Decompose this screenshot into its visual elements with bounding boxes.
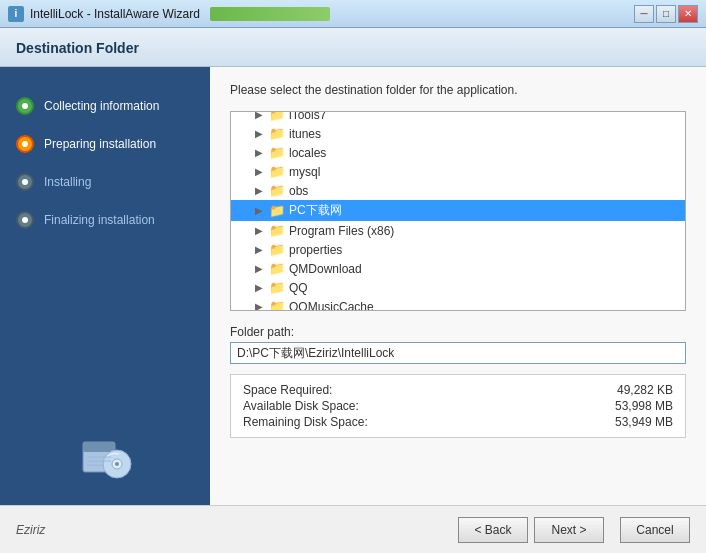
folder-icon: 📁 [269,242,285,257]
folder-path-section: Folder path: [230,325,686,364]
remaining-disk-value: 53,949 MB [615,415,673,429]
folder-icon: 📁 [269,261,285,276]
instruction-text: Please select the destination folder for… [230,83,686,97]
step-icon-collecting [16,97,34,115]
main-window: Destination Folder Collecting informatio… [0,28,706,553]
footer-buttons: < Back Next > Cancel [458,517,690,543]
sidebar-item-preparing: Preparing installation [0,125,210,163]
back-button[interactable]: < Back [458,517,528,543]
tree-item-qq[interactable]: ▶📁QQ [231,278,685,297]
expand-icon: ▶ [255,301,269,311]
tree-item-qmdownload[interactable]: ▶📁QMDownload [231,259,685,278]
remaining-disk-label: Remaining Disk Space: [243,415,368,429]
footer: Eziriz < Back Next > Cancel [0,505,706,553]
tree-item-label: iTools7 [289,111,326,122]
expand-icon: ▶ [255,263,269,274]
sidebar-label-collecting: Collecting information [44,99,159,113]
folder-icon: 📁 [269,164,285,179]
expand-icon: ▶ [255,111,269,120]
disk-info: Space Required: 49,282 KB Available Disk… [230,374,686,438]
expand-icon: ▶ [255,225,269,236]
tree-item-label: PC下载网 [289,202,342,219]
step-icon-finalizing [16,211,34,229]
sidebar-label-preparing: Preparing installation [44,137,156,151]
app-icon: i [8,6,24,22]
sidebar-item-finalizing: Finalizing installation [0,201,210,239]
cancel-button[interactable]: Cancel [620,517,690,543]
sidebar-label-finalizing: Finalizing installation [44,213,155,227]
expand-icon: ▶ [255,185,269,196]
tree-item-obs[interactable]: ▶📁obs [231,181,685,200]
page-title: Destination Folder [16,40,690,56]
svg-rect-1 [83,442,115,452]
space-required-value: 49,282 KB [617,383,673,397]
title-bar: i IntelliLock - InstallAware Wizard ─ □ … [0,0,706,28]
folder-icon: 📁 [269,299,285,311]
tree-item-label: itunes [289,127,321,141]
tree-item-label: QMDownload [289,262,362,276]
folder-tree[interactable]: ▶📁iTools7▶📁itunes▶📁locales▶📁mysql▶📁obs▶📁… [230,111,686,311]
tree-item-label: obs [289,184,308,198]
next-button[interactable]: Next > [534,517,604,543]
expand-icon: ▶ [255,166,269,177]
window-controls: ─ □ ✕ [634,5,698,23]
tree-item-properties[interactable]: ▶📁properties [231,240,685,259]
folder-path-label: Folder path: [230,325,686,339]
tree-item-itunes[interactable]: ▶📁itunes [231,124,685,143]
title-progress-bar [210,7,330,21]
expand-icon: ▶ [255,128,269,139]
folder-path-input[interactable] [230,342,686,364]
available-disk-value: 53,998 MB [615,399,673,413]
folder-icon: 📁 [269,183,285,198]
folder-icon: 📁 [269,203,285,218]
sidebar-item-collecting: Collecting information [0,87,210,125]
brand-label: Eziriz [16,523,45,537]
tree-item-label: locales [289,146,326,160]
header: Destination Folder [0,28,706,67]
sidebar: Collecting information Preparing install… [0,67,210,505]
tree-item-label: QQ [289,281,308,295]
expand-icon: ▶ [255,147,269,158]
tree-item-itools7[interactable]: ▶📁iTools7 [231,111,685,124]
sidebar-label-installing: Installing [44,175,91,189]
tree-item-qqmusiccache[interactable]: ▶📁QQMusicCache [231,297,685,311]
close-button[interactable]: ✕ [678,5,698,23]
step-icon-preparing [16,135,34,153]
step-icon-installing [16,173,34,191]
expand-icon: ▶ [255,282,269,293]
sidebar-item-installing: Installing [0,163,210,201]
content-area: Collecting information Preparing install… [0,67,706,505]
folder-icon: 📁 [269,280,285,295]
installer-icon [75,422,135,482]
space-required-label: Space Required: [243,383,332,397]
folder-icon: 📁 [269,145,285,160]
folder-icon: 📁 [269,223,285,238]
tree-item-mysql[interactable]: ▶📁mysql [231,162,685,181]
expand-icon: ▶ [255,244,269,255]
tree-item-locales[interactable]: ▶📁locales [231,143,685,162]
sidebar-logo [75,422,135,485]
right-panel: Please select the destination folder for… [210,67,706,505]
minimize-button[interactable]: ─ [634,5,654,23]
tree-item-pc-download[interactable]: ▶📁PC下载网 [231,200,685,221]
tree-item-program-files-x86[interactable]: ▶📁Program Files (x86) [231,221,685,240]
window-title: IntelliLock - InstallAware Wizard [30,7,200,21]
tree-item-label: Program Files (x86) [289,224,394,238]
folder-icon: 📁 [269,126,285,141]
svg-point-4 [115,462,119,466]
tree-item-label: QQMusicCache [289,300,374,312]
folder-icon: 📁 [269,111,285,122]
available-disk-label: Available Disk Space: [243,399,359,413]
tree-item-label: properties [289,243,342,257]
tree-item-label: mysql [289,165,320,179]
expand-icon: ▶ [255,205,269,216]
maximize-button[interactable]: □ [656,5,676,23]
